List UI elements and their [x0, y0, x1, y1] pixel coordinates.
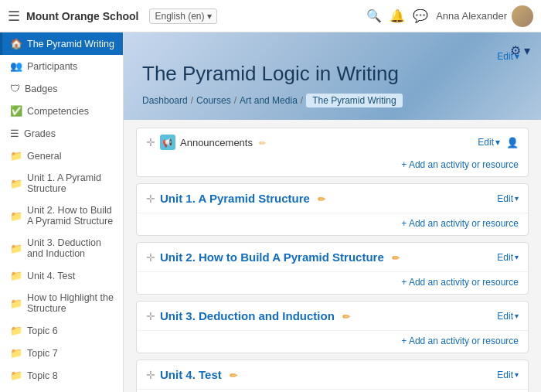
section-add-resource-unit1[interactable]: + Add an activity or resource [401, 218, 519, 229]
breadcrumb-current: The Pyramid Writing [306, 94, 402, 107]
section-unit4: ✛ Unit 4. Test ✏ Edit ▾ 📝 Unit Test + Ad… [136, 360, 529, 392]
chat-icon[interactable]: 💬 [413, 9, 428, 23]
sections-container: ✛ Unit 1. A Pyramid Structure ✏ Edit ▾ +… [136, 183, 529, 392]
topnav: ☰ Mount Orange School English (en) ▾ 🔍 🔔… [0, 0, 541, 32]
sidebar-label-participants: Participants [27, 61, 77, 72]
section-add-resource-unit3[interactable]: + Add an activity or resource [401, 336, 519, 346]
section-title-unit4: Unit 4. Test ✏ [160, 368, 497, 381]
sidebar-label-topic8: Topic 8 [27, 370, 58, 381]
page-title: The Pyramid Logic in Writing [142, 62, 522, 86]
sidebar-icon-competencies: ✅ [10, 105, 22, 117]
breadcrumb-dashboard[interactable]: Dashboard [142, 95, 188, 106]
sidebar-icon-topic8: 📁 [10, 370, 22, 381]
sidebar-item-general[interactable]: 📁General [0, 145, 123, 167]
section-title-unit1: Unit 1. A Pyramid Structure ✏ [160, 192, 497, 205]
sidebar-item-topic8[interactable]: 📁Topic 8 [0, 364, 123, 387]
drag-handle-unit4[interactable]: ✛ [146, 369, 155, 381]
section-pencil-icon-unit3[interactable]: ✏ [342, 312, 350, 322]
sidebar-item-unit3[interactable]: 📁Unit 3. Deduction and Induction [0, 232, 123, 264]
drag-handle-unit1[interactable]: ✛ [146, 193, 155, 205]
announcements-edit-pencil-icon[interactable]: ✏ [259, 138, 266, 148]
avatar [512, 5, 533, 27]
username-label: Anna Alexander [436, 10, 507, 22]
site-title: Mount Orange School [26, 10, 138, 22]
sidebar-item-topic6[interactable]: 📁Topic 6 [0, 319, 123, 342]
section-unit3: ✛ Unit 3. Deduction and Induction ✏ Edit… [136, 301, 529, 353]
sidebar-icon-unit1: 📁 [10, 178, 22, 189]
section-title-unit2: Unit 2. How to Build A Pyramid Structure… [160, 251, 497, 264]
sidebar-item-unit1[interactable]: 📁Unit 1. A Pyramid Structure [0, 167, 123, 199]
sidebar-icon-pyramid-writing: 🏠 [10, 38, 22, 49]
section-pencil-icon-unit4[interactable]: ✏ [230, 370, 237, 381]
sidebar-label-unit4: Unit 4. Test [27, 271, 75, 281]
announcements-section: ✛ 📢 Announcements ✏ Edit ▾ 👤 + Add an ac… [136, 128, 529, 177]
sidebar-item-topic7[interactable]: 📁Topic 7 [0, 342, 123, 364]
hamburger-menu[interactable]: ☰ [8, 8, 20, 25]
sidebar-label-unit2: Unit 2. How to Build A Pyramid Structure [27, 205, 115, 227]
sidebar-label-competencies: Competencies [27, 106, 89, 117]
drag-handle-unit2[interactable]: ✛ [146, 251, 155, 264]
section-unit1: ✛ Unit 1. A Pyramid Structure ✏ Edit ▾ +… [136, 183, 529, 236]
sidebar-label-badges: Badges [25, 84, 57, 94]
hero-section: Edit ▾ The Pyramid Logic in Writing Dash… [124, 32, 541, 120]
settings-gear-icon[interactable]: ⚙ ▾ [510, 43, 530, 58]
breadcrumb: Dashboard / Courses / Art and Media / Th… [142, 94, 522, 107]
sidebar-label-unit3: Unit 3. Deduction and Induction [27, 237, 115, 259]
sidebar-item-unit4[interactable]: 📁Unit 4. Test [0, 264, 123, 287]
announcements-title: Announcements ✏ [180, 137, 478, 148]
sidebar-icon-unit4: 📁 [10, 270, 22, 281]
announcements-add-resource[interactable]: + Add an activity or resource [401, 159, 519, 170]
sidebar-label-unit1: Unit 1. A Pyramid Structure [27, 172, 115, 194]
section-title-unit3: Unit 3. Deduction and Induction ✏ [160, 309, 497, 322]
sidebar-icon-topic7: 📁 [10, 347, 22, 359]
main-layout: 🏠The Pyramid Writing👥Participants🛡Badges… [0, 32, 541, 392]
section-edit-button-unit4[interactable]: Edit ▾ [497, 370, 519, 380]
sidebar-item-badges[interactable]: 🛡Badges [0, 77, 123, 100]
section-pencil-icon-unit2[interactable]: ✏ [392, 253, 400, 264]
sidebar-item-pyramid-writing[interactable]: 🏠The Pyramid Writing [0, 32, 123, 55]
section-unit2: ✛ Unit 2. How to Build A Pyramid Structu… [136, 242, 529, 295]
sidebar-icon-badges: 🛡 [10, 83, 20, 94]
announcements-user-icon[interactable]: 👤 [506, 137, 519, 148]
announcements-edit-button[interactable]: Edit ▾ [478, 137, 500, 148]
sidebar-icon-unit3: 📁 [10, 243, 22, 254]
sidebar-item-highlight[interactable]: 📁How to Highlight the Structure [0, 287, 123, 319]
sidebar-label-highlight: How to Highlight the Structure [27, 292, 115, 314]
sidebar-label-pyramid-writing: The Pyramid Writing [27, 39, 114, 49]
sidebar-item-unit2[interactable]: 📁Unit 2. How to Build A Pyramid Structur… [0, 199, 123, 232]
main-content: Edit ▾ The Pyramid Logic in Writing Dash… [124, 32, 541, 392]
search-icon[interactable]: 🔍 [366, 9, 382, 23]
drag-handle[interactable]: ✛ [146, 136, 155, 148]
sidebar-icon-participants: 👥 [10, 60, 22, 72]
breadcrumb-art-media[interactable]: Art and Media [240, 95, 298, 106]
section-add-resource-unit2[interactable]: + Add an activity or resource [401, 277, 519, 288]
sidebar-icon-unit2: 📁 [10, 210, 22, 222]
section-edit-button-unit2[interactable]: Edit ▾ [497, 252, 519, 263]
drag-handle-unit3[interactable]: ✛ [146, 310, 155, 322]
announcements-icon: 📢 [160, 135, 175, 150]
sidebar-icon-topic6: 📁 [10, 325, 22, 336]
sidebar-item-topic9[interactable]: 📁Topic 9 [0, 387, 123, 392]
sidebar-item-participants[interactable]: 👥Participants [0, 55, 123, 77]
sidebar-icon-grades: ☰ [10, 128, 19, 139]
sidebar-item-grades[interactable]: ☰Grades [0, 122, 123, 145]
section-pencil-icon-unit1[interactable]: ✏ [318, 194, 325, 205]
sidebar-icon-highlight: 📁 [10, 298, 22, 309]
breadcrumb-courses[interactable]: Courses [196, 95, 231, 106]
sidebar: 🏠The Pyramid Writing👥Participants🛡Badges… [0, 32, 124, 392]
sidebar-label-grades: Grades [24, 128, 56, 139]
sidebar-label-topic6: Topic 6 [27, 326, 58, 336]
language-selector[interactable]: English (en) ▾ [149, 9, 216, 24]
sidebar-label-topic7: Topic 7 [27, 348, 58, 359]
sidebar-item-competencies[interactable]: ✅Competencies [0, 100, 123, 122]
section-edit-button-unit1[interactable]: Edit ▾ [497, 193, 519, 204]
sidebar-label-general: General [27, 151, 61, 162]
topnav-icons: 🔍 🔔 💬 Anna Alexander [366, 5, 533, 27]
course-content: ✛ 📢 Announcements ✏ Edit ▾ 👤 + Add an ac… [124, 120, 541, 392]
bell-icon[interactable]: 🔔 [390, 9, 405, 23]
user-menu[interactable]: Anna Alexander [436, 5, 533, 27]
section-edit-button-unit3[interactable]: Edit ▾ [497, 311, 519, 322]
sidebar-icon-general: 📁 [10, 150, 22, 162]
